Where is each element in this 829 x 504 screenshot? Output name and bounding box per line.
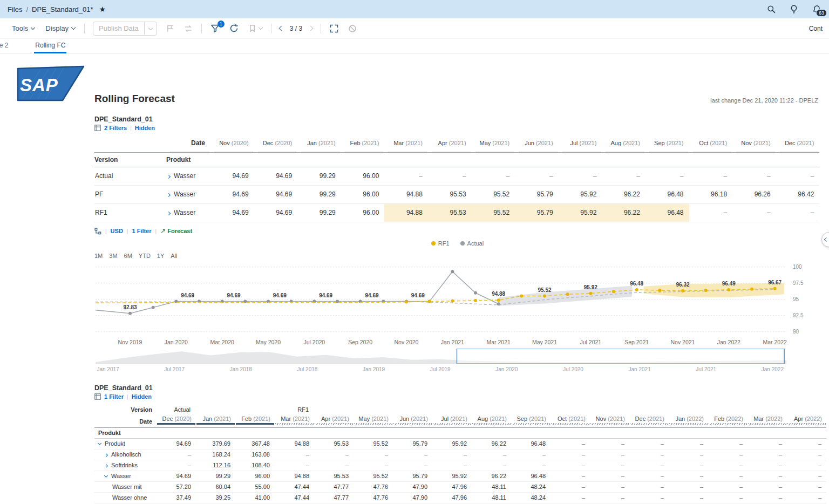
t1-row-version[interactable]: Actual [94, 167, 166, 186]
t1-row-member[interactable]: Wasser [166, 204, 210, 222]
t2-cell[interactable]: – [590, 471, 629, 482]
t2-cell[interactable]: – [748, 449, 787, 460]
t1-cell[interactable]: – [472, 167, 515, 186]
t2-cell[interactable]: – [748, 439, 787, 449]
t2-cell[interactable]: 48.24 [511, 482, 551, 493]
range-button-6m[interactable]: 6M [124, 253, 132, 261]
t1-column-header[interactable]: Jun (2021) [515, 136, 559, 152]
t1-cell[interactable]: 95.79 [515, 186, 559, 204]
t2-cell[interactable]: 39.25 [196, 493, 235, 503]
t2-row-header[interactable]: Wasser [94, 471, 157, 482]
t1-cell[interactable]: 95.79 [515, 204, 559, 222]
t1-cell[interactable]: 96.00 [341, 204, 385, 222]
panel-expand-button[interactable] [821, 232, 829, 247]
t2-cell[interactable]: – [669, 449, 708, 460]
t2-cell[interactable]: – [393, 449, 432, 460]
t1-cell[interactable]: 99.29 [297, 204, 341, 222]
t1-cell[interactable]: 94.69 [210, 167, 254, 186]
t2-version-group[interactable]: Actual [157, 404, 196, 415]
t2-cell[interactable]: 47.90 [393, 493, 432, 503]
t1-row-version[interactable]: RF1 [94, 204, 166, 222]
t2-row-header[interactable]: Wasser mit [94, 482, 157, 493]
t2-cell[interactable]: – [787, 471, 826, 482]
t1-cell[interactable]: 94.69 [254, 167, 298, 186]
t1-cell[interactable]: 94.88 [384, 204, 428, 222]
t2-cell[interactable]: – [511, 449, 551, 460]
t2-column-header[interactable]: Sep (2021) [511, 415, 551, 427]
t2-cell[interactable]: – [708, 471, 748, 482]
t2-cell[interactable]: 96.48 [511, 439, 551, 449]
t2-column-header[interactable]: Dec (2020) [157, 415, 196, 427]
t2-cell[interactable]: 95.92 [432, 471, 472, 482]
range-button-1y[interactable]: 1Y [157, 253, 164, 261]
t2-column-header[interactable]: May (2021) [354, 415, 393, 427]
t2-cell[interactable]: – [590, 482, 629, 493]
t1-cell[interactable]: 96.48 [645, 186, 689, 204]
table1-filters-link[interactable]: 2 Filters [104, 125, 127, 131]
t1-cell[interactable]: 94.88 [384, 186, 428, 204]
t2-cell[interactable]: – [511, 460, 551, 471]
t1-column-header[interactable]: Oct (2021) [689, 136, 733, 152]
t1-cell[interactable]: 96.00 [341, 167, 385, 186]
t2-cell[interactable]: – [629, 471, 669, 482]
refresh-icon-button[interactable] [225, 24, 243, 33]
t1-cell[interactable]: 94.69 [254, 204, 298, 222]
t1-column-header[interactable]: Apr (2021) [428, 136, 472, 152]
forecast-chart[interactable]: 10097.59592.59092.8394.6994.6994.6994.69… [96, 261, 813, 346]
t1-column-header[interactable]: Dec (2020) [254, 136, 298, 152]
t2-cell[interactable]: 47.44 [275, 482, 314, 493]
t2-row-header[interactable]: Wasser ohne [94, 493, 157, 503]
t2-cell[interactable]: 95.52 [354, 439, 393, 449]
t2-cell[interactable]: 96.22 [472, 439, 511, 449]
t1-column-header[interactable]: Feb (2021) [341, 136, 385, 152]
t2-cell[interactable]: 96.48 [511, 471, 551, 482]
fullscreen-icon-button[interactable] [325, 24, 343, 33]
t2-cell[interactable]: 47.77 [314, 493, 354, 503]
t2-cell[interactable]: – [669, 439, 708, 449]
t1-column-header[interactable]: Dec (2021) [776, 136, 820, 152]
assistant-lightbulb-icon[interactable] [790, 5, 798, 13]
t2-cell[interactable]: – [748, 471, 787, 482]
expand-icon[interactable] [167, 193, 171, 197]
t2-cell[interactable]: 94.88 [275, 471, 314, 482]
filter-icon-button[interactable]: 1 [206, 24, 225, 33]
hierarchy-icon[interactable] [94, 228, 101, 235]
expand-icon[interactable] [104, 474, 108, 478]
currency-link[interactable]: USD [111, 228, 123, 234]
tab-rolling-fc[interactable]: Rolling FC [34, 42, 66, 53]
prev-page-button[interactable] [275, 26, 288, 30]
t2-cell[interactable]: – [551, 482, 590, 493]
t2-cell[interactable]: – [629, 439, 669, 449]
t2-cell[interactable]: 60.04 [196, 482, 235, 493]
chart-time-scroller[interactable]: Jan 2017Jul 2017Jan 2018Jul 2018Jan 2019… [96, 349, 786, 373]
t1-column-header[interactable]: Jan (2021) [297, 136, 341, 152]
t2-cell[interactable]: – [629, 449, 669, 460]
t2-version-group[interactable]: RF1 [275, 404, 314, 415]
t1-cell[interactable]: 96.48 [645, 204, 689, 222]
t1-cell[interactable]: – [732, 204, 776, 222]
t1-cell[interactable]: 94.69 [210, 204, 254, 222]
t2-cell[interactable]: – [157, 460, 196, 471]
t1-row-member[interactable]: Wasser [166, 167, 210, 186]
t2-column-header[interactable]: Oct (2021) [551, 415, 590, 427]
t2-cell[interactable]: – [787, 460, 826, 471]
legend-item-rf1[interactable]: RF1 [431, 239, 450, 248]
t1-column-header[interactable]: Sep (2021) [645, 136, 689, 152]
t2-cell[interactable]: 47.77 [314, 482, 354, 493]
t2-cell[interactable]: 379.69 [196, 439, 235, 449]
breadcrumb-files-link[interactable]: Files [8, 5, 22, 13]
t2-cell[interactable]: 47.44 [275, 493, 314, 503]
tab-page-2[interactable]: ge 2 [0, 42, 9, 53]
t1-cell[interactable]: – [732, 167, 776, 186]
controls-panel-label[interactable]: Cont [809, 25, 823, 32]
t1-column-header[interactable]: Nov (2020) [210, 136, 254, 152]
t2-cell[interactable]: – [629, 482, 669, 493]
t1-cell[interactable]: – [776, 204, 820, 222]
t2-cell[interactable]: 95.53 [314, 471, 354, 482]
t1-cell[interactable]: 94.69 [210, 186, 254, 204]
tools-menu[interactable]: Tools [6, 24, 40, 32]
t2-cell[interactable]: – [669, 471, 708, 482]
t2-cell[interactable]: 94.88 [275, 439, 314, 449]
t2-cell[interactable]: 94.69 [157, 471, 196, 482]
t2-cell[interactable]: 37.49 [157, 493, 196, 503]
